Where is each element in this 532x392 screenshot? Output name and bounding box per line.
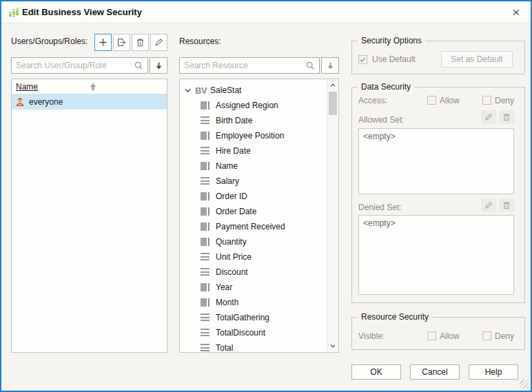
user-search-go-button[interactable]: [150, 57, 167, 74]
measure-icon: [201, 313, 209, 322]
pencil-icon: [484, 200, 493, 210]
tree-item-discount[interactable]: Discount: [180, 265, 327, 280]
tree-item-year[interactable]: Year: [180, 280, 327, 295]
tree-item-birth-date[interactable]: Birth Date: [180, 113, 327, 128]
use-default-label: Use Default: [372, 54, 416, 64]
title-bar: Edit Business View Security: [1, 1, 531, 23]
tree-item-label: Discount: [216, 267, 248, 277]
tree-item-label: Year: [216, 282, 232, 292]
allowed-set-box[interactable]: <empty>: [358, 128, 514, 194]
access-allow-checkbox[interactable]: [427, 96, 436, 105]
search-icon: [305, 61, 319, 71]
tree-item-order-id[interactable]: Order ID: [180, 189, 327, 204]
denied-set-value: <empty>: [363, 218, 396, 228]
denied-set-box[interactable]: <empty>: [358, 215, 514, 295]
tree-item-quantity[interactable]: Quantity: [180, 234, 327, 249]
allowed-set-delete-button[interactable]: [499, 110, 514, 124]
tree-item-unit-price[interactable]: Unit Price: [180, 249, 327, 265]
user-search-input[interactable]: [12, 61, 134, 70]
tree-item-label: Total: [216, 343, 233, 352]
tree-item-hire-date[interactable]: Hire Date: [180, 143, 327, 158]
dimension-icon: [201, 298, 207, 307]
business-view-icon: BV: [195, 85, 207, 96]
allowed-set-edit-button[interactable]: [481, 110, 496, 124]
measure-icon: [201, 147, 209, 155]
scroll-down-icon[interactable]: [327, 340, 338, 351]
resource-security-title: Resource Security: [358, 312, 432, 322]
down-arrow-icon: [154, 61, 164, 71]
tree-root-salestat[interactable]: BV SaleStat: [180, 83, 327, 98]
add-user-button[interactable]: [94, 34, 112, 51]
visible-deny-checkbox[interactable]: [482, 331, 491, 340]
visible-allow-checkbox[interactable]: [427, 331, 436, 340]
tree-item-order-date[interactable]: Order Date: [180, 204, 327, 219]
tree-item-payment-received[interactable]: Payment Received: [180, 219, 327, 234]
tree-item-totalgathering[interactable]: TotalGathering: [180, 310, 327, 325]
denied-set-delete-button[interactable]: [499, 198, 514, 212]
tree-item-name[interactable]: Name: [180, 158, 327, 174]
visible-deny-label: Deny: [495, 331, 514, 341]
sort-ascending-icon[interactable]: [88, 81, 99, 94]
measure-icon: [201, 344, 209, 352]
close-icon[interactable]: [507, 5, 525, 20]
delete-user-button[interactable]: [132, 34, 149, 51]
tree-item-salary[interactable]: Salary: [180, 174, 327, 189]
dimension-icon: [201, 238, 207, 246]
tree-item-label: Employee Position: [216, 131, 284, 141]
denied-set-label: Denied Set:: [358, 203, 402, 212]
resource-search-input[interactable]: [180, 61, 305, 70]
measure-icon: [201, 253, 209, 261]
chevron-down-icon[interactable]: [184, 87, 192, 94]
tree-item-label: TotalDiscount: [216, 328, 265, 338]
tree-item-assigned-region[interactable]: Assigned Region: [180, 98, 327, 113]
resize-grip[interactable]: [520, 380, 529, 389]
users-groups-roles-label: Users/Groups/Roles:: [11, 37, 88, 46]
tree-item-total[interactable]: Total: [180, 340, 327, 352]
tree-item-label: Name: [216, 161, 238, 171]
visible-label: Visible:: [358, 331, 385, 341]
trash-icon: [502, 200, 511, 210]
tree-item-label: Order ID: [216, 192, 247, 201]
measure-icon: [201, 177, 209, 185]
tree-item-label: Assigned Region: [216, 101, 278, 110]
resources-tree: BV SaleStat Assigned RegionBirth DateEmp…: [179, 79, 339, 353]
cancel-button[interactable]: Cancel: [410, 364, 460, 380]
tree-item-label: Order Date: [216, 207, 256, 216]
tree-items: Assigned RegionBirth DateEmployee Positi…: [180, 98, 327, 352]
tree-scrollbar[interactable]: [327, 80, 338, 351]
tree-item-label: Salary: [216, 176, 239, 186]
edit-user-button[interactable]: [150, 34, 167, 51]
access-label: Access:: [358, 96, 387, 105]
name-column-header[interactable]: Name: [16, 82, 38, 92]
users-list-header[interactable]: Name: [12, 79, 167, 94]
scrollbar-thumb[interactable]: [329, 92, 337, 115]
dimension-icon: [201, 283, 207, 291]
dimension-icon: [201, 132, 207, 140]
use-default-checkbox[interactable]: [358, 55, 367, 64]
dimension-icon: [201, 162, 207, 170]
tree-item-employee-position[interactable]: Employee Position: [180, 128, 327, 143]
resource-search-box: [179, 57, 320, 74]
ok-button[interactable]: OK: [351, 364, 401, 380]
security-options-title: Security Options: [358, 36, 425, 45]
tree-item-month[interactable]: Month: [180, 295, 327, 310]
help-button[interactable]: Help: [469, 364, 518, 380]
list-item-everyone[interactable]: everyone: [12, 94, 167, 110]
set-as-default-button[interactable]: Set as Default: [441, 51, 513, 68]
tree-item-label: Unit Price: [216, 252, 252, 262]
user-name-label: everyone: [29, 97, 63, 107]
app-logo-icon: [8, 7, 19, 20]
tree-item-totaldiscount[interactable]: TotalDiscount: [180, 325, 327, 340]
export-user-button[interactable]: [113, 34, 130, 51]
tree-item-label: TotalGathering: [216, 313, 269, 322]
users-list: Name everyone: [11, 79, 167, 353]
denied-set-edit-button[interactable]: [481, 198, 496, 212]
search-icon: [134, 61, 147, 71]
access-deny-checkbox[interactable]: [482, 96, 491, 105]
scroll-up-icon[interactable]: [327, 80, 338, 91]
tree-item-label: Birth Date: [216, 116, 252, 125]
dimension-icon: [201, 207, 207, 216]
dialog-title: Edit Business View Security: [22, 7, 142, 17]
resource-search-go-button[interactable]: [321, 57, 339, 74]
pencil-icon: [484, 112, 493, 122]
